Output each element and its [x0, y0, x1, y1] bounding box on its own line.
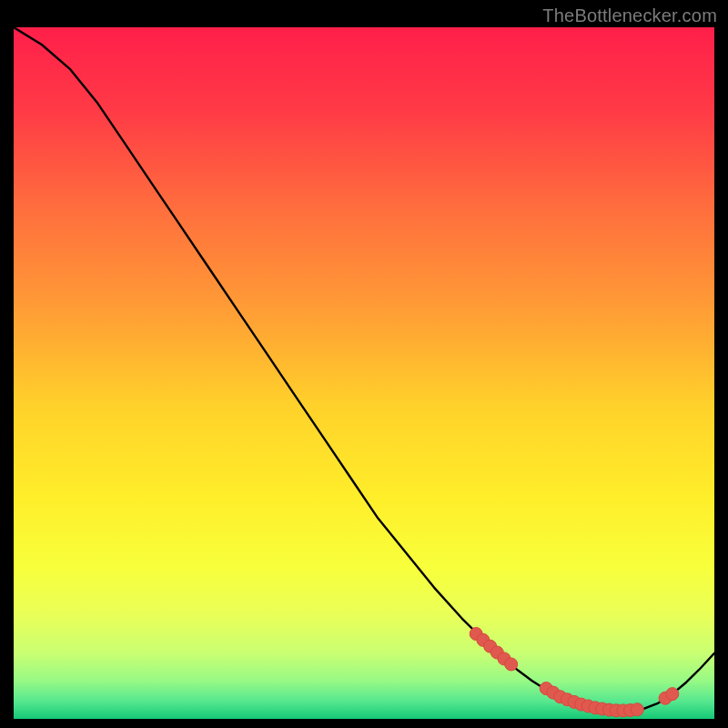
gradient-background	[14, 27, 714, 719]
data-marker	[631, 703, 643, 716]
data-marker	[666, 688, 679, 701]
data-marker	[505, 658, 518, 671]
bottleneck-chart	[14, 27, 714, 719]
chart-frame	[14, 27, 714, 719]
watermark-text: TheBottlenecker.com	[542, 5, 717, 26]
